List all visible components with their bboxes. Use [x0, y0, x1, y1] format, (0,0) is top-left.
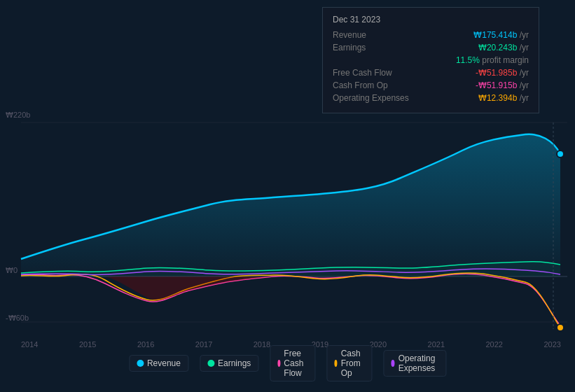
- x-label-2022: 2022: [486, 340, 503, 349]
- tooltip-row-revenue: Revenue ₩175.414b /yr: [333, 30, 529, 40]
- tooltip-value-revenue: ₩175.414b /yr: [473, 30, 529, 40]
- x-label-2014: 2014: [21, 340, 38, 349]
- tooltip-label-cfo: Cash From Op: [333, 80, 410, 90]
- x-label-2015: 2015: [79, 340, 96, 349]
- legend-dot-cfo: [334, 360, 337, 367]
- legend-label-revenue: Revenue: [147, 358, 181, 368]
- tooltip-label-revenue: Revenue: [333, 30, 410, 40]
- tooltip-value-earnings: ₩20.243b /yr: [478, 43, 529, 52]
- tooltip-value-fcf: -₩51.985b /yr: [476, 68, 529, 78]
- tooltip-row-opex: Operating Expenses ₩12.394b /yr: [333, 93, 529, 103]
- legend-item-cfo[interactable]: Cash From Op: [326, 345, 372, 382]
- svg-point-6: [557, 324, 564, 331]
- legend-item-opex[interactable]: Operating Expenses: [383, 350, 446, 377]
- tooltip-row-cfo: Cash From Op -₩51.915b /yr: [333, 80, 529, 90]
- legend-dot-fcf: [277, 360, 280, 367]
- legend-dot-opex: [391, 360, 394, 367]
- tooltip-value-cfo: -₩51.915b /yr: [476, 80, 529, 90]
- legend-dot-revenue: [137, 360, 144, 367]
- x-label-2023: 2023: [543, 340, 560, 349]
- legend-item-earnings[interactable]: Earnings: [200, 355, 258, 372]
- tooltip-label-fcf: Free Cash Flow: [333, 68, 410, 78]
- tooltip-label-opex: Operating Expenses: [333, 93, 410, 103]
- legend-item-fcf[interactable]: Free Cash Flow: [270, 345, 315, 382]
- svg-point-5: [557, 150, 564, 158]
- legend-label-cfo: Cash From Op: [341, 349, 365, 378]
- tooltip-row-fcf: Free Cash Flow -₩51.985b /yr: [333, 68, 529, 78]
- tooltip-box: Dec 31 2023 Revenue ₩175.414b /yr Earnin…: [322, 7, 539, 113]
- tooltip-date: Dec 31 2023: [333, 15, 529, 24]
- legend-label-opex: Operating Expenses: [399, 354, 438, 373]
- tooltip-label-earnings: Earnings: [333, 43, 410, 52]
- legend: Revenue Earnings Free Cash Flow Cash Fro…: [129, 345, 446, 382]
- legend-label-earnings: Earnings: [218, 358, 251, 368]
- legend-label-fcf: Free Cash Flow: [284, 349, 307, 378]
- tooltip-row-margin: 11.5% profit margin: [333, 55, 529, 65]
- tooltip-value-margin: 11.5% profit margin: [456, 55, 529, 65]
- chart-container: Dec 31 2023 Revenue ₩175.414b /yr Earnin…: [0, 0, 575, 392]
- legend-item-revenue[interactable]: Revenue: [129, 355, 188, 372]
- tooltip-value-opex: ₩12.394b /yr: [478, 93, 529, 103]
- legend-dot-earnings: [207, 360, 214, 367]
- tooltip-row-earnings: Earnings ₩20.243b /yr: [333, 43, 529, 52]
